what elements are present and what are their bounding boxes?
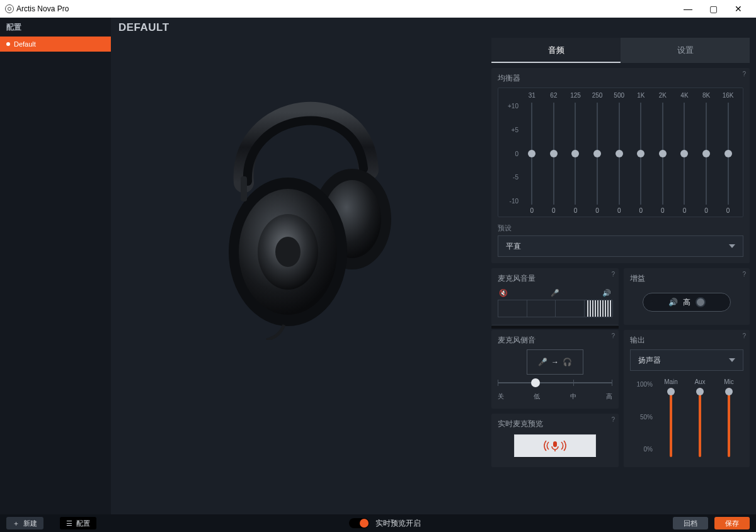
mic-broadcast-icon — [542, 439, 568, 453]
headset-image — [206, 63, 395, 340]
sidebar: 配置 Default — [0, 18, 111, 514]
output-title: 输出 — [630, 335, 743, 346]
gain-value: 高 — [683, 297, 690, 308]
mix-aux-slider[interactable] — [687, 388, 713, 457]
tab-settings[interactable]: 设置 — [621, 38, 750, 63]
device-preview — [117, 38, 484, 509]
mix-mic-slider[interactable] — [716, 388, 742, 457]
scale-50: 50% — [630, 414, 653, 421]
eq-value: 0 — [673, 207, 696, 214]
sidetone-title: 麦克风侧音 — [498, 335, 612, 346]
eq-band-label: 16K — [717, 92, 739, 99]
preset-select[interactable]: 平直 — [498, 235, 743, 257]
mic-volume-title: 麦克风音量 — [498, 273, 612, 284]
help-icon[interactable]: ? — [742, 271, 746, 278]
mic-volume-card: 麦克风音量 ? 🔇 🎤 🔊 — [491, 268, 619, 325]
eq-slider[interactable] — [521, 100, 543, 207]
equalizer-title: 均衡器 — [498, 73, 743, 84]
eq-value: 0 — [521, 207, 543, 214]
maximize-button[interactable]: ▢ — [701, 0, 726, 18]
mix-main-label: Main — [658, 378, 684, 385]
sidebar-header: 配置 — [0, 18, 111, 37]
eq-value: 0 — [587, 207, 609, 214]
live-preview-toggle[interactable] — [349, 518, 369, 528]
eq-slider[interactable] — [696, 100, 718, 207]
scale-0: 0% — [630, 446, 653, 453]
eq-value: 0 — [543, 207, 565, 214]
mic-icon: 🎤 — [551, 289, 559, 297]
help-icon[interactable]: ? — [742, 71, 746, 77]
mic-icon: 🎤 — [538, 358, 547, 366]
save-button[interactable]: 保存 — [714, 517, 750, 529]
sidebar-item-default[interactable]: Default — [0, 37, 111, 52]
gain-card: 增益 ? 🔊 高 — [624, 268, 750, 325]
eq-band-label: 125 — [564, 92, 587, 99]
eq-scale-tick: 0 — [505, 150, 518, 157]
svg-rect-6 — [241, 176, 247, 201]
mute-icon: 🔇 — [499, 289, 508, 297]
output-select[interactable]: 扬声器 — [630, 349, 743, 371]
titlebar: Arctis Nova Pro — ▢ ✕ — [0, 0, 756, 18]
mark-mid: 中 — [570, 392, 576, 401]
mix-aux-label: Aux — [687, 378, 713, 385]
output-card: 输出 ? 扬声器 100% 50% 0% — [624, 330, 750, 467]
eq-slider[interactable] — [673, 100, 696, 207]
output-value: 扬声器 — [638, 355, 661, 366]
mic-volume-slider[interactable] — [498, 300, 612, 317]
eq-band-label: 8K — [696, 92, 718, 99]
sidetone-slider[interactable] — [498, 378, 612, 392]
speaker-icon: 🔊 — [668, 298, 678, 307]
eq-slider[interactable] — [564, 100, 587, 207]
svg-point-5 — [275, 237, 301, 267]
eq-band-label: 250 — [587, 92, 609, 99]
help-icon[interactable]: ? — [611, 271, 615, 278]
headphone-icon: 🎧 — [563, 358, 572, 366]
eq-slider[interactable] — [630, 100, 652, 207]
close-button[interactable]: ✕ — [726, 0, 751, 18]
list-icon: ☰ — [66, 519, 72, 528]
mark-low: 低 — [534, 392, 540, 401]
eq-slider[interactable] — [717, 100, 739, 207]
help-icon[interactable]: ? — [742, 332, 746, 339]
eq-band-label: 500 — [608, 92, 630, 99]
mix-mic-label: Mic — [716, 378, 742, 385]
tabs: 音频 设置 — [491, 38, 750, 63]
mark-high: 高 — [606, 392, 612, 401]
arrow-right-icon: → — [551, 358, 559, 366]
eq-slider[interactable] — [543, 100, 565, 207]
eq-band-label: 62 — [543, 92, 565, 99]
eq-scale-tick: -10 — [505, 198, 518, 205]
eq-scale-tick: +5 — [505, 127, 518, 133]
eq-value: 0 — [630, 207, 652, 214]
minimize-button[interactable]: — — [675, 0, 701, 18]
revert-button[interactable]: 回档 — [673, 517, 708, 529]
eq-band-label: 31 — [521, 92, 543, 99]
sidebar-item-label: Default — [14, 40, 36, 48]
gain-toggle[interactable]: 🔊 高 — [643, 293, 731, 312]
plus-icon: ＋ — [13, 519, 20, 528]
tab-audio[interactable]: 音频 — [491, 38, 621, 63]
new-config-button[interactable]: ＋ 新建 — [6, 517, 43, 529]
eq-slider[interactable] — [652, 100, 674, 207]
mix-main-slider[interactable] — [658, 388, 684, 457]
gain-title: 增益 — [630, 273, 743, 284]
eq-slider[interactable] — [608, 100, 630, 207]
help-icon[interactable]: ? — [611, 332, 615, 339]
eq-value: 0 — [608, 207, 630, 214]
eq-value: 0 — [564, 207, 587, 214]
eq-value: 0 — [696, 207, 718, 214]
volume-icon: 🔊 — [602, 289, 611, 297]
eq-value: 0 — [652, 207, 674, 214]
help-icon[interactable]: ? — [611, 416, 615, 423]
eq-band-label: 2K — [652, 92, 674, 99]
eq-slider[interactable] — [587, 100, 609, 207]
toggle-knob-icon — [696, 297, 706, 307]
eq-value: 0 — [717, 207, 739, 214]
live-mic-card: 实时麦克预览 ? — [491, 414, 619, 467]
eq-band-label: 1K — [630, 92, 652, 99]
config-list-button[interactable]: ☰ 配置 — [60, 517, 96, 529]
live-mic-button[interactable] — [514, 434, 596, 457]
chevron-down-icon — [729, 244, 735, 248]
sidetone-card: 麦克风侧音 ? 🎤 → 🎧 — [491, 330, 619, 409]
live-preview-label: 实时预览开启 — [375, 518, 421, 529]
